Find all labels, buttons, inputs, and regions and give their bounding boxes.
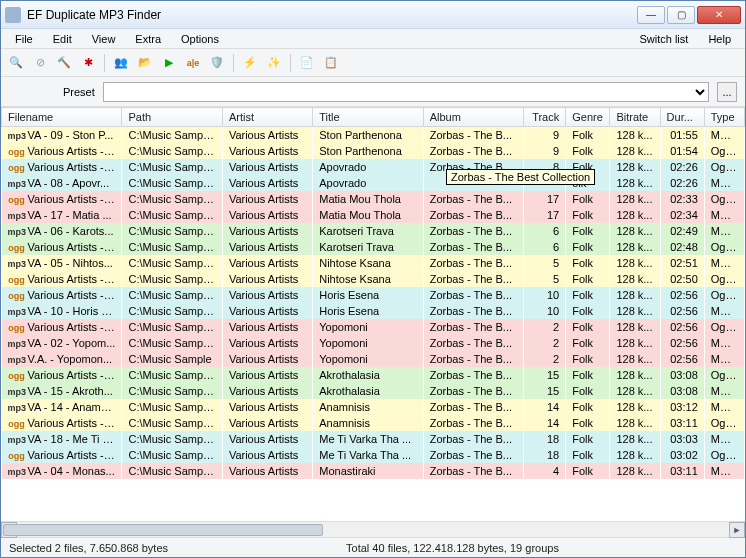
- menu-switch-list[interactable]: Switch list: [629, 31, 698, 47]
- table-row[interactable]: mp3VA - 18 - Me Ti V...C:\Music Sample..…: [2, 431, 745, 447]
- cell: Me Ti Varka Tha ...: [313, 431, 423, 447]
- col-filename[interactable]: Filename: [2, 108, 122, 127]
- cell: 128 k...: [610, 175, 660, 191]
- minimize-button[interactable]: —: [637, 6, 665, 24]
- table-row[interactable]: mp3VA - 05 - Nihtos...C:\Music Sample...…: [2, 255, 745, 271]
- sparkle-icon[interactable]: ✱: [77, 52, 99, 74]
- cell: mp3VA - 15 - Akroth...: [2, 383, 122, 399]
- cell: mp3VA - 09 - Ston P...: [2, 127, 122, 143]
- grid-container[interactable]: Filename Path Artist Title Album Track G…: [1, 107, 745, 521]
- ogg-icon: ogg: [8, 419, 26, 429]
- table-row[interactable]: mp3VA - 02 - Yopom...C:\Music Sample...V…: [2, 335, 745, 351]
- stop-icon[interactable]: ⊘: [29, 52, 51, 74]
- cell: 02:56: [660, 303, 704, 319]
- cell: Folk: [566, 351, 610, 367]
- cell: MPEG: [704, 127, 744, 143]
- close-button[interactable]: ✕: [697, 6, 741, 24]
- preset-select[interactable]: [103, 82, 709, 102]
- list-icon[interactable]: 📋: [320, 52, 342, 74]
- col-track[interactable]: Track: [524, 108, 566, 127]
- col-title[interactable]: Title: [313, 108, 423, 127]
- menu-help[interactable]: Help: [698, 31, 741, 47]
- table-row[interactable]: mp3VA - 15 - Akroth...C:\Music Sample...…: [2, 383, 745, 399]
- table-row[interactable]: oggVarious Artists - ...C:\Music Sample.…: [2, 271, 745, 287]
- cell: 10: [524, 303, 566, 319]
- cell: Folk: [566, 367, 610, 383]
- menu-extra[interactable]: Extra: [125, 31, 171, 47]
- menu-file[interactable]: File: [5, 31, 43, 47]
- cell: C:\Music Sample...: [122, 239, 222, 255]
- horizontal-scrollbar[interactable]: ◄ ►: [1, 521, 745, 537]
- menu-edit[interactable]: Edit: [43, 31, 82, 47]
- window-title: EF Duplicate MP3 Finder: [27, 8, 637, 22]
- cell: Various Artists: [222, 335, 312, 351]
- menu-view[interactable]: View: [82, 31, 126, 47]
- cell: MPEG: [704, 463, 744, 479]
- table-row[interactable]: oggVarious Artists - ...C:\Music Sample.…: [2, 447, 745, 463]
- cell: 02:50: [660, 271, 704, 287]
- table-row[interactable]: oggVarious Artists - ...C:\Music Sample.…: [2, 191, 745, 207]
- titlebar[interactable]: EF Duplicate MP3 Finder — ▢ ✕: [1, 1, 745, 29]
- play-icon[interactable]: ▶: [158, 52, 180, 74]
- scroll-right-arrow[interactable]: ►: [729, 522, 745, 538]
- table-row[interactable]: mp3VA - 04 - Monas...C:\Music Sample...V…: [2, 463, 745, 479]
- preset-browse-button[interactable]: ...: [717, 82, 737, 102]
- cell: MPEG: [704, 383, 744, 399]
- table-row[interactable]: oggVarious Artists - ...C:\Music Sample.…: [2, 287, 745, 303]
- col-type[interactable]: Type: [704, 108, 744, 127]
- col-artist[interactable]: Artist: [222, 108, 312, 127]
- cell: Various Artists: [222, 239, 312, 255]
- table-row[interactable]: mp3VA - 14 - Anamn...C:\Music Sample...V…: [2, 399, 745, 415]
- cell: oggVarious Artists - ...: [2, 287, 122, 303]
- search-icon[interactable]: 🔍: [5, 52, 27, 74]
- cell: mp3VA - 14 - Anamn...: [2, 399, 122, 415]
- table-row[interactable]: oggVarious Artists - ...C:\Music Sample.…: [2, 367, 745, 383]
- table-row[interactable]: oggVarious Artists - ...C:\Music Sample.…: [2, 159, 745, 175]
- hammer-icon[interactable]: 🔨: [53, 52, 75, 74]
- table-row[interactable]: mp3V.A. - Yopomon...C:\Music SampleVario…: [2, 351, 745, 367]
- cell: mp3VA - 06 - Karots...: [2, 223, 122, 239]
- table-row[interactable]: mp3VA - 10 - Horis E...C:\Music Sample..…: [2, 303, 745, 319]
- spark-icon[interactable]: ✨: [263, 52, 285, 74]
- window-buttons: — ▢ ✕: [637, 6, 741, 24]
- col-path[interactable]: Path: [122, 108, 222, 127]
- col-duration[interactable]: Dur...: [660, 108, 704, 127]
- cell: 17: [524, 191, 566, 207]
- mp3-icon: mp3: [8, 387, 26, 397]
- app-window: EF Duplicate MP3 Finder — ▢ ✕ File Edit …: [0, 0, 746, 558]
- table-row[interactable]: oggVarious Artists - ...C:\Music Sample.…: [2, 143, 745, 159]
- cell: 02:33: [660, 191, 704, 207]
- scroll-thumb[interactable]: [3, 524, 323, 536]
- cell: 128 k...: [610, 303, 660, 319]
- ale-icon[interactable]: a|e: [182, 52, 204, 74]
- cell: Zorbas - The B...: [423, 255, 523, 271]
- table-row[interactable]: mp3VA - 08 - Apovr...C:\Music Sample...V…: [2, 175, 745, 191]
- table-row[interactable]: oggVarious Artists - ...C:\Music Sample.…: [2, 239, 745, 255]
- cell: Ogg V: [704, 143, 744, 159]
- col-bitrate[interactable]: Bitrate: [610, 108, 660, 127]
- menu-options[interactable]: Options: [171, 31, 229, 47]
- table-row[interactable]: mp3VA - 17 - Matia ...C:\Music Sample...…: [2, 207, 745, 223]
- bolt-icon[interactable]: ⚡: [239, 52, 261, 74]
- folder-play-icon[interactable]: 📂: [134, 52, 156, 74]
- cell: Ogg V: [704, 271, 744, 287]
- cell: Zorbas - The B...: [423, 319, 523, 335]
- ogg-icon: ogg: [8, 451, 26, 461]
- cell: 128 k...: [610, 399, 660, 415]
- shield-icon[interactable]: 🛡️: [206, 52, 228, 74]
- people-icon[interactable]: 👥: [110, 52, 132, 74]
- table-row[interactable]: mp3VA - 09 - Ston P...C:\Music Sample...…: [2, 127, 745, 143]
- file-grid: Filename Path Artist Title Album Track G…: [1, 107, 745, 479]
- cell: oggVarious Artists - ...: [2, 143, 122, 159]
- cell: 128 k...: [610, 127, 660, 143]
- maximize-button[interactable]: ▢: [667, 6, 695, 24]
- doc-icon[interactable]: 📄: [296, 52, 318, 74]
- table-row[interactable]: oggVarious Artists - ...C:\Music Sample.…: [2, 415, 745, 431]
- table-row[interactable]: oggVarious Artists - ...C:\Music Sample.…: [2, 319, 745, 335]
- cell: Anamnisis: [313, 415, 423, 431]
- col-album[interactable]: Album: [423, 108, 523, 127]
- table-row[interactable]: mp3VA - 06 - Karots...C:\Music Sample...…: [2, 223, 745, 239]
- mp3-icon: mp3: [8, 227, 26, 237]
- cell: Akrothalasia: [313, 367, 423, 383]
- col-genre[interactable]: Genre: [566, 108, 610, 127]
